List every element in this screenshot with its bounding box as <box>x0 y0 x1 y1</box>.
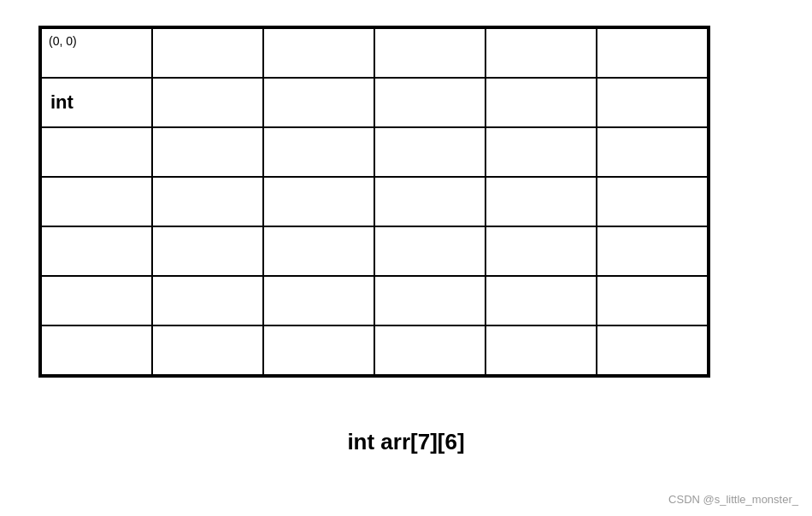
cell-5-3 <box>374 276 485 325</box>
cell-3-0 <box>41 177 152 226</box>
cell-4-2 <box>263 226 374 276</box>
cell-4-1 <box>152 226 263 276</box>
array-caption: int arr[7][6] <box>347 429 464 455</box>
table-row <box>41 127 708 177</box>
cell-1-2 <box>263 78 374 127</box>
cell-4-0 <box>41 226 152 276</box>
cell-1-0: int <box>41 78 152 127</box>
cell-5-4 <box>485 276 597 325</box>
watermark-text: CSDN @s_little_monster_ <box>668 493 798 506</box>
cell-5-1 <box>152 276 263 325</box>
cell-1-1 <box>152 78 263 127</box>
watermark: CSDN @s_little_monster_ <box>668 493 798 506</box>
cell-6-3 <box>374 325 485 375</box>
cell-3-2 <box>263 177 374 226</box>
cell-0-0: (0, 0) <box>41 28 152 78</box>
cell-0-5 <box>597 28 708 78</box>
cell-4-3 <box>374 226 485 276</box>
cell-2-1 <box>152 127 263 177</box>
cell-3-3 <box>374 177 485 226</box>
array-grid: (0, 0) int <box>38 26 710 378</box>
cell-6-2 <box>263 325 374 375</box>
cell-0-0-label: (0, 0) <box>49 34 77 48</box>
cell-3-5 <box>597 177 708 226</box>
cell-6-4 <box>485 325 597 375</box>
cell-3-1 <box>152 177 263 226</box>
table-row <box>41 226 708 276</box>
cell-0-4 <box>485 28 597 78</box>
table-row: int <box>41 78 708 127</box>
cell-6-0 <box>41 325 152 375</box>
cell-1-4 <box>485 78 597 127</box>
cell-2-0 <box>41 127 152 177</box>
cell-4-4 <box>485 226 597 276</box>
cell-3-4 <box>485 177 597 226</box>
cell-1-3 <box>374 78 485 127</box>
grid-table: (0, 0) int <box>40 27 709 376</box>
cell-0-2 <box>263 28 374 78</box>
cell-2-4 <box>485 127 597 177</box>
cell-2-5 <box>597 127 708 177</box>
cell-0-1 <box>152 28 263 78</box>
caption-label: int arr[7][6] <box>347 429 464 454</box>
cell-5-0 <box>41 276 152 325</box>
cell-2-2 <box>263 127 374 177</box>
cell-6-5 <box>597 325 708 375</box>
table-row <box>41 177 708 226</box>
cell-1-5 <box>597 78 708 127</box>
table-row <box>41 276 708 325</box>
cell-1-0-label: int <box>50 91 74 113</box>
cell-5-2 <box>263 276 374 325</box>
cell-2-3 <box>374 127 485 177</box>
cell-6-1 <box>152 325 263 375</box>
table-row: (0, 0) <box>41 28 708 78</box>
cell-5-5 <box>597 276 708 325</box>
cell-4-5 <box>597 226 708 276</box>
table-row <box>41 325 708 375</box>
cell-0-3 <box>374 28 485 78</box>
